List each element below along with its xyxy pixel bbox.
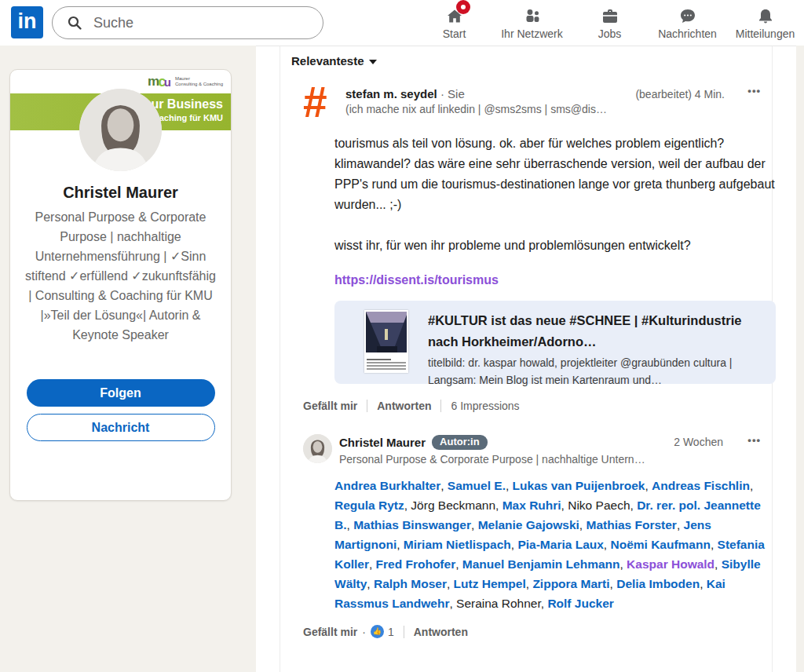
- mention-seraina-rohner: Seraina Rohner: [456, 597, 541, 610]
- mention-fred-frohofer[interactable]: Fred Frohofer: [376, 557, 456, 571]
- comment-like-button[interactable]: Gefällt mir: [303, 626, 357, 638]
- mention-separator: ,: [397, 538, 404, 551]
- mention-ralph-moser[interactable]: Ralph Moser: [374, 577, 447, 590]
- comment-overflow-menu-icon[interactable]: •••: [747, 434, 761, 446]
- bell-icon: [755, 5, 776, 27]
- mention-separator: ,: [449, 597, 456, 610]
- mention-separator: ,: [714, 557, 722, 571]
- comment-reply-button[interactable]: Antworten: [414, 626, 468, 638]
- comment: Christel Maurer Autor:in Personal Purpos…: [291, 434, 772, 466]
- mention-rolf-jucker[interactable]: Rolf Jucker: [547, 597, 613, 610]
- mention-zippora-marti[interactable]: Zippora Marti: [532, 577, 609, 590]
- mention-kaspar-howald[interactable]: Kaspar Howald: [627, 557, 714, 571]
- mention-separator: ,: [369, 557, 376, 571]
- network-icon: [522, 5, 543, 27]
- nav-label-jobs: Jobs: [598, 27, 622, 40]
- nav-item-messaging[interactable]: Nachrichten: [649, 0, 726, 46]
- comment-author-subtitle: Personal Purpose & Corporate Purpose | n…: [339, 453, 763, 466]
- mention-andreas-fischlin[interactable]: Andreas Fischlin: [652, 479, 750, 492]
- mention-separator: ,: [561, 499, 568, 512]
- mention-mathias-binswanger[interactable]: Mathias Binswanger: [353, 518, 471, 531]
- mention-miriam-nietlispach[interactable]: Miriam Nietlispach: [404, 538, 511, 551]
- mention-samuel-e-[interactable]: Samuel E.: [448, 479, 506, 492]
- nav-item-jobs[interactable]: Jobs: [571, 0, 649, 46]
- preview-thumbnail: [364, 310, 408, 373]
- nav-item-network[interactable]: Ihr Netzwerk: [493, 0, 571, 46]
- mention-separator: ,: [506, 479, 513, 492]
- post-link[interactable]: https://dissent.is/tourismus: [334, 273, 772, 287]
- mention-regula-rytz[interactable]: Regula Rytz: [334, 499, 404, 512]
- comment-actions: Gefällt mir · 👍 1 Antworten: [303, 625, 772, 638]
- message-button[interactable]: Nachricht: [27, 414, 215, 441]
- nav-label-messaging: Nachrichten: [658, 27, 717, 40]
- post-author-subtitle: (ich mache nix auf linkedin | @sms2sms |…: [345, 103, 607, 115]
- post-header: # stefan m. seydel · Sie (ich mache nix …: [291, 85, 772, 122]
- mention-lutz-hempel[interactable]: Lutz Hempel: [454, 577, 526, 590]
- mention-andrea-burkhalter[interactable]: Andrea Burkhalter: [334, 479, 440, 492]
- post-author-suffix: · Sie: [437, 87, 465, 100]
- search-icon: [67, 15, 82, 31]
- mention-niko-paech: Niko Paech: [568, 499, 630, 512]
- mention-pia-maria-laux[interactable]: Pia-Maria Laux: [517, 538, 603, 551]
- comment-like-count[interactable]: 1: [388, 626, 394, 638]
- nav-item-start[interactable]: Start: [415, 0, 493, 46]
- sort-dropdown[interactable]: Relevanteste: [291, 54, 386, 68]
- preview-description: titelbild: dr. kaspar howald, projektlei…: [428, 354, 781, 389]
- comment-author-name[interactable]: Christel Maurer: [339, 436, 426, 449]
- mention-separator: ,: [750, 479, 753, 492]
- nav-label-notifications: Mitteilungen: [736, 27, 795, 40]
- profile-card: mcu Maurer Consulting & Coaching your Bu…: [9, 69, 232, 501]
- follow-button[interactable]: Folgen: [27, 379, 215, 407]
- briefcase-icon: [600, 5, 620, 27]
- comment-avatar[interactable]: [303, 434, 332, 463]
- post-like-button[interactable]: Gefällt mir: [303, 400, 357, 412]
- mention-separator: ,: [711, 538, 718, 551]
- mention-separator: ,: [610, 577, 617, 590]
- nav-label-start: Start: [443, 27, 466, 40]
- mention-manuel-benjamin-lehmann[interactable]: Manuel Benjamin Lehmann: [462, 557, 620, 571]
- messages-icon: [678, 5, 698, 27]
- post-overflow-menu-icon[interactable]: •••: [747, 85, 761, 97]
- feed-panel: Relevanteste # stefan m. seydel · Sie (i…: [256, 46, 796, 672]
- sort-label: Relevanteste: [291, 54, 364, 68]
- nav-item-notifications[interactable]: Mitteilungen: [726, 0, 804, 46]
- post-actions: Gefällt mir Antworten 6 Impressions: [303, 400, 772, 412]
- search-box[interactable]: [52, 6, 323, 39]
- post-meta: (bearbeitet) 4 Min.: [635, 88, 725, 100]
- mention-lukas-van-puijenbroek[interactable]: Lukas van Puijenbroek: [513, 479, 645, 492]
- preview-title: #KULTUR ist das neue #SCHNEE | #Kulturin…: [428, 310, 773, 352]
- post-author-name[interactable]: stefan m. seydel: [345, 87, 437, 100]
- mention-max-ruhri[interactable]: Max Ruhri: [502, 499, 561, 512]
- brand-text: Maurer Consulting & Coaching: [175, 76, 223, 87]
- chevron-down-icon: [369, 60, 377, 64]
- mention-separator: ,: [645, 479, 652, 492]
- mention-separator: ,: [619, 557, 627, 571]
- top-navigation: in Start: [0, 0, 804, 46]
- mention-separator: ,: [347, 518, 354, 531]
- mention-melanie-gajowski[interactable]: Melanie Gajowski: [478, 518, 579, 531]
- comment-mentions: Andrea Burkhalter, Samuel E., Lukas van …: [334, 476, 776, 613]
- post-reply-button[interactable]: Antworten: [377, 400, 431, 412]
- mention-mathias-forster[interactable]: Mathias Forster: [586, 518, 676, 531]
- post-impressions[interactable]: 6 Impressions: [451, 400, 519, 412]
- hashtag-avatar[interactable]: #: [303, 85, 334, 122]
- divider: [404, 626, 404, 638]
- mention-separator: ,: [471, 518, 478, 531]
- mention-separator: ,: [367, 577, 374, 590]
- mention-j-rg-beckmann: Jörg Beckmann: [411, 499, 495, 512]
- divider: [367, 400, 367, 412]
- link-preview-card[interactable]: #KULTUR ist das neue #SCHNEE | #Kulturin…: [334, 301, 776, 384]
- profile-headline: Personal Purpose & Corporate Purpose | n…: [10, 202, 231, 345]
- author-badge: Autor:in: [432, 435, 488, 450]
- profile-avatar[interactable]: [79, 89, 162, 171]
- search-input[interactable]: [93, 15, 290, 31]
- post-paragraph-2: wisst ihr, für wen ihr probleme und prob…: [334, 236, 776, 256]
- mention-delia-imboden[interactable]: Delia Imboden: [616, 577, 700, 590]
- mention-separator: ,: [440, 479, 448, 492]
- linkedin-logo[interactable]: in: [11, 6, 43, 38]
- like-thumb-icon[interactable]: 👍: [371, 625, 384, 638]
- dot-separator: ·: [362, 626, 366, 638]
- mention-no-mi-kaufmann[interactable]: Noëmi Kaufmann: [610, 538, 710, 551]
- mention-separator: ,: [495, 499, 502, 512]
- mention-separator: ,: [677, 518, 684, 531]
